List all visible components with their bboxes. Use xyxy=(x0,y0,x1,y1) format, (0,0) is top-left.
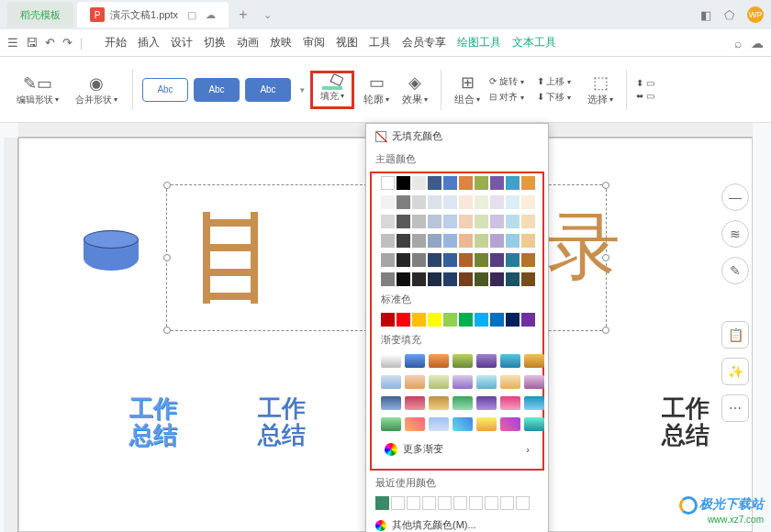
tab-templates[interactable]: 稻壳模板 xyxy=(7,2,73,28)
no-fill-option[interactable]: 无填充颜色 xyxy=(366,124,548,149)
cloud-sync-icon[interactable]: ☁ xyxy=(751,36,764,50)
cube-icon[interactable]: ⬠ xyxy=(724,8,734,22)
color-swatch[interactable] xyxy=(443,253,457,267)
cloud-icon[interactable]: ☁ xyxy=(206,9,216,21)
color-swatch[interactable] xyxy=(375,496,389,510)
color-swatch[interactable] xyxy=(459,253,473,267)
menu-text-tools[interactable]: 文本工具 xyxy=(507,35,562,50)
moveup-button[interactable]: ⬆ 上移 ▾ xyxy=(537,75,572,88)
color-swatch[interactable] xyxy=(412,195,426,209)
group-button[interactable]: ⊞ 组合▾ xyxy=(451,72,484,106)
color-swatch[interactable] xyxy=(428,272,441,286)
gradient-swatch[interactable] xyxy=(524,396,544,410)
text-worksum-2[interactable]: 工作总结 xyxy=(258,395,306,448)
color-swatch[interactable] xyxy=(490,253,504,267)
color-swatch[interactable] xyxy=(490,215,504,228)
gradient-swatch[interactable] xyxy=(500,354,520,368)
color-swatch[interactable] xyxy=(475,176,488,190)
color-swatch[interactable] xyxy=(490,176,504,190)
color-swatch[interactable] xyxy=(475,195,488,209)
redo-icon[interactable]: ↷ xyxy=(62,36,73,50)
color-swatch[interactable] xyxy=(506,215,520,228)
color-swatch[interactable] xyxy=(521,253,535,267)
gradient-swatch[interactable] xyxy=(500,396,520,410)
color-swatch[interactable] xyxy=(381,176,395,190)
effect-button[interactable]: ◈ 效果▾ xyxy=(398,72,431,106)
color-swatch[interactable] xyxy=(506,272,520,286)
gradient-swatch[interactable] xyxy=(453,417,473,431)
gradient-swatch[interactable] xyxy=(524,417,544,431)
color-swatch[interactable] xyxy=(475,215,488,228)
color-swatch[interactable] xyxy=(459,234,473,248)
color-swatch[interactable] xyxy=(490,313,504,327)
color-swatch[interactable] xyxy=(443,215,457,228)
gradient-swatch[interactable] xyxy=(405,354,425,368)
color-swatch[interactable] xyxy=(397,272,410,286)
edit-shape-button[interactable]: ✎▭ 编辑形状▾ xyxy=(11,73,64,106)
color-swatch[interactable] xyxy=(475,313,488,327)
color-swatch[interactable] xyxy=(443,195,457,209)
color-swatch[interactable] xyxy=(475,253,488,267)
other-fill-button[interactable]: 其他填充颜色(M)... xyxy=(366,513,548,532)
color-swatch[interactable] xyxy=(412,234,426,248)
collapse-icon[interactable]: — xyxy=(721,183,749,211)
gradient-swatch[interactable] xyxy=(453,375,473,389)
shape-style-2[interactable]: Abc xyxy=(194,78,240,102)
color-swatch[interactable] xyxy=(521,272,535,286)
rotate-button[interactable]: ⟳ 旋转 ▾ xyxy=(489,75,524,88)
menu-transition[interactable]: 切换 xyxy=(198,35,231,50)
color-swatch[interactable] xyxy=(506,195,520,209)
gradient-swatch[interactable] xyxy=(429,417,449,431)
color-swatch[interactable] xyxy=(506,176,520,190)
panel-icon[interactable]: ◧ xyxy=(700,8,711,22)
width-field[interactable]: ⬌ ▭ xyxy=(636,91,654,101)
gradient-swatch[interactable] xyxy=(405,417,425,431)
color-swatch[interactable] xyxy=(397,195,410,209)
color-swatch[interactable] xyxy=(490,272,504,286)
fill-button[interactable]: 填充▾ xyxy=(310,71,354,109)
color-swatch[interactable] xyxy=(443,313,457,327)
color-swatch[interactable] xyxy=(500,496,514,510)
color-swatch[interactable] xyxy=(506,313,520,327)
menu-drawing-tools[interactable]: 绘图工具 xyxy=(452,35,507,50)
layers-icon[interactable]: ≋ xyxy=(721,220,749,248)
search-icon[interactable]: ⌕ xyxy=(734,36,742,50)
cylinder-shape[interactable] xyxy=(84,230,139,271)
menu-member[interactable]: 会员专享 xyxy=(397,35,452,50)
color-swatch[interactable] xyxy=(521,176,535,190)
gradient-swatch[interactable] xyxy=(500,417,520,431)
color-swatch[interactable] xyxy=(428,313,441,327)
menu-view[interactable]: 视图 xyxy=(330,35,363,50)
color-swatch[interactable] xyxy=(397,234,410,248)
new-tab-button[interactable]: + xyxy=(232,6,254,23)
gradient-swatch[interactable] xyxy=(524,354,544,368)
color-swatch[interactable] xyxy=(438,496,452,510)
gradient-swatch[interactable] xyxy=(405,396,425,410)
color-swatch[interactable] xyxy=(428,215,441,228)
gallery-more[interactable]: ▾ xyxy=(300,85,305,94)
color-swatch[interactable] xyxy=(443,272,457,286)
clipboard-icon[interactable]: 📋 xyxy=(721,321,749,349)
color-swatch[interactable] xyxy=(485,496,498,510)
gradient-swatch[interactable] xyxy=(476,396,497,410)
merge-shape-button[interactable]: ◉ 合并形状▾ xyxy=(70,73,123,106)
undo-icon[interactable]: ↶ xyxy=(45,36,55,50)
shape-style-3[interactable]: Abc xyxy=(245,78,291,102)
color-swatch[interactable] xyxy=(381,272,395,286)
height-field[interactable]: ⬍ ▭ xyxy=(636,78,654,88)
more-gradient-button[interactable]: 更多渐变 › xyxy=(372,435,542,463)
ladder-shape[interactable] xyxy=(203,212,258,304)
gradient-swatch[interactable] xyxy=(453,396,473,410)
menu-start[interactable]: 开始 xyxy=(99,35,132,50)
color-swatch[interactable] xyxy=(412,215,426,228)
save-icon[interactable]: 🖫 xyxy=(26,36,38,50)
text-worksum-1[interactable]: 工作总结 xyxy=(129,395,177,448)
color-swatch[interactable] xyxy=(521,234,535,248)
menu-tools[interactable]: 工具 xyxy=(363,35,397,50)
color-swatch[interactable] xyxy=(521,313,535,327)
gradient-swatch[interactable] xyxy=(405,375,425,389)
color-swatch[interactable] xyxy=(469,496,483,510)
color-swatch[interactable] xyxy=(397,313,410,327)
color-swatch[interactable] xyxy=(397,253,410,267)
gradient-swatch[interactable] xyxy=(429,375,449,389)
